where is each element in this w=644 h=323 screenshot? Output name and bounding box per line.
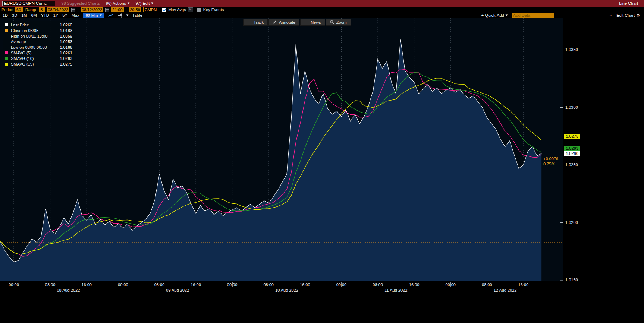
x-axis-time-label: 16:00 (188, 282, 204, 287)
legend-label: SMAVG (15) (11, 62, 34, 66)
x-axis-date-label: 09 Aug 2022 (157, 288, 198, 292)
range-tab-3d[interactable]: 3D (12, 13, 17, 18)
x-axis-time-label: 16:00 (406, 282, 422, 287)
actions-menu[interactable]: 96) Actions ▼ (106, 1, 130, 6)
legend-value: 1.0166 (60, 45, 72, 50)
settings-bar: Period 60 Range 5 08/04/2022 - 08/12/202… (0, 7, 644, 13)
edit-mov-avgs-pencil-icon[interactable]: ✎ (188, 7, 193, 12)
candle-chart-type-icon[interactable] (118, 13, 122, 18)
zoom-label: Zoom (336, 20, 347, 25)
calendar-icon[interactable] (105, 8, 109, 12)
y-axis: 1.03501.03001.02501.02001.01501.02751.02… (563, 18, 644, 281)
range-input[interactable]: 5 (39, 7, 45, 12)
legend-label: SMAVG (10) (11, 56, 34, 61)
range-tab-1y[interactable]: 1Y (53, 13, 58, 18)
collapse-button[interactable]: « (610, 13, 612, 18)
table-button[interactable]: Table (132, 13, 142, 18)
range-tab-6m[interactable]: 6M (31, 13, 37, 18)
calendar-icon[interactable] (71, 8, 75, 12)
price-chart[interactable] (0, 18, 563, 281)
legend-row[interactable]: Low on 08/08 00:001.0166 (5, 44, 72, 50)
range-tab-1d[interactable]: 1D (3, 13, 8, 18)
legend-label: Close on 08/05 (11, 28, 38, 33)
legend-row[interactable]: SMAVG (5)1.0261 (5, 50, 72, 56)
security-field[interactable]: EURUSD CMPN Curnc (2, 1, 55, 6)
y-axis-label: 1.0350 (565, 47, 578, 52)
zoom-button[interactable]: Zoom (326, 19, 351, 26)
x-axis-date-label: 11 Aug 2022 (376, 288, 417, 292)
title-bar: EURUSD CMPN Curnc 98 Suggested Charts 96… (0, 0, 644, 7)
actions-menu-label: 96) Actions (106, 1, 126, 6)
track-button[interactable]: Track (243, 19, 268, 26)
bloomberg-terminal-window: EURUSD CMPN Curnc 98 Suggested Charts 96… (0, 0, 644, 323)
date-from-input[interactable]: 08/04/2022 (47, 7, 69, 12)
add-data-input[interactable] (512, 13, 554, 18)
track-label: Track (254, 20, 264, 25)
mov-avgs-checkbox[interactable] (162, 8, 166, 12)
annotate-button[interactable]: Annotate (268, 19, 299, 26)
chevron-down-icon: ▼ (100, 14, 101, 17)
news-label: News (311, 20, 321, 25)
legend-swatch (5, 23, 9, 26)
x-axis-time-label: 08:00 (151, 282, 167, 287)
legend-swatch (5, 63, 9, 66)
range-tab-max[interactable]: Max (72, 13, 79, 18)
magnifier-icon (330, 20, 334, 24)
chevron-down-icon: ▼ (128, 2, 129, 5)
key-events-checkbox[interactable] (197, 8, 201, 12)
news-button[interactable]: News (300, 19, 325, 26)
x-axis-time-label: 16:00 (78, 282, 95, 287)
chart-style-caret-icon[interactable]: ▼ (126, 14, 128, 17)
y-axis-label: 1.0300 (565, 105, 578, 110)
x-axis-time-label: 08:00 (42, 282, 59, 287)
chevron-down-icon: ▼ (506, 14, 508, 17)
period-input[interactable]: 60 (15, 7, 23, 12)
x-axis-time-label: 16:00 (515, 282, 531, 287)
net-change-label: +0.0076 0.75% (543, 156, 558, 167)
legend-value: 1.0183 (60, 28, 72, 33)
terminal-footer (0, 294, 644, 323)
x-axis-time-label: 08:00 (260, 282, 277, 287)
y-axis-label: 1.0250 (565, 162, 578, 167)
legend-row[interactable]: Last Price1.0260 (5, 22, 72, 28)
legend-row[interactable]: High on 08/11 13:001.0359 (5, 33, 72, 39)
legend-label: SMAVG (5) (11, 51, 31, 55)
time-range-separator: - (126, 7, 127, 12)
legend-label: High on 08/11 13:00 (11, 34, 47, 38)
chart-area: 1.03501.03001.02501.02001.01501.02751.02… (0, 18, 644, 281)
legend-value: 1.0275 (60, 62, 72, 66)
day-boundary-tick (232, 282, 233, 287)
x-axis-time-label: 08:00 (479, 282, 495, 287)
suggested-charts-button[interactable]: 98 Suggested Charts (61, 1, 100, 6)
day-boundary-tick (341, 282, 342, 287)
line-chart-type-icon[interactable] (108, 13, 114, 18)
legend-row[interactable]: SMAVG (10)1.0263 (5, 56, 72, 61)
quick-add-button[interactable]: + Quick-Add ▼ (481, 13, 508, 18)
time-from-input[interactable]: 21:00 (111, 7, 124, 12)
edit-chart-button[interactable]: Edit Chart ⚙ (616, 13, 640, 18)
price-source-badge[interactable]: CMPN (143, 7, 158, 12)
legend-value: 1.0261 (60, 51, 72, 55)
x-axis-date-label: 12 Aug 2022 (485, 288, 526, 292)
legend-swatch (5, 45, 9, 49)
edit-menu-label: 97) Edit (135, 1, 150, 6)
x-axis-date-label: 10 Aug 2022 (266, 288, 307, 292)
mov-avgs-label: Mov Avgs (168, 7, 186, 12)
period-label: Period (1, 7, 13, 12)
time-to-input[interactable]: 20:59 (129, 7, 141, 12)
date-to-input[interactable]: 08/12/2022 (81, 7, 103, 12)
legend-value: 1.0359 (60, 34, 72, 38)
range-tab-1m[interactable]: 1M (21, 13, 27, 18)
legend-row[interactable]: Close on 08/05----1.0183 (5, 28, 72, 33)
chart-overlay-toolbar: Track Annotate News Zoom (243, 19, 351, 26)
legend-row[interactable]: Average1.0253 (5, 39, 72, 44)
legend-swatch (5, 34, 9, 38)
legend-row[interactable]: SMAVG (15)1.0275 (5, 61, 72, 67)
pencil-icon (273, 20, 277, 24)
edit-menu[interactable]: 97) Edit ▼ (135, 1, 153, 6)
interval-dropdown[interactable]: 60 Min ▼ (83, 13, 104, 18)
range-tab-5y[interactable]: 5Y (62, 13, 67, 18)
range-tab-ytd[interactable]: YTD (41, 13, 49, 18)
news-icon (304, 20, 308, 24)
gear-icon: ⚙ (636, 13, 640, 18)
